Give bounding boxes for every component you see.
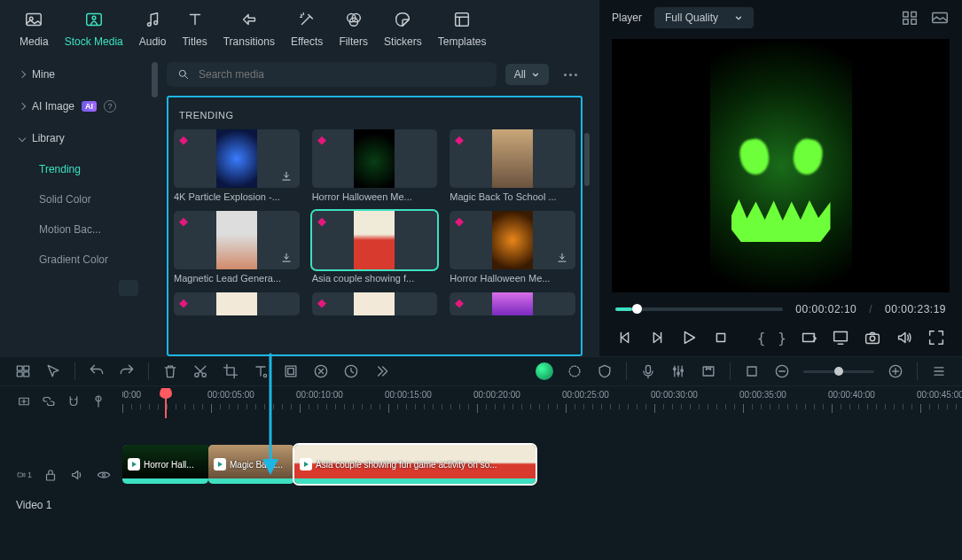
search-input[interactable] xyxy=(199,68,486,81)
sidebar-sub-solid-color[interactable]: Solid Color xyxy=(39,184,147,214)
media-scrollbar[interactable] xyxy=(584,133,590,186)
tab-stickers[interactable]: Stickers xyxy=(384,9,422,48)
tab-templates[interactable]: Templates xyxy=(438,9,487,48)
media-thumbnail[interactable]: ◆ xyxy=(450,292,575,315)
media-thumbnail[interactable]: ◆ xyxy=(450,211,575,269)
undo-icon[interactable] xyxy=(88,362,106,380)
seek-bar[interactable] xyxy=(615,307,783,311)
preview[interactable] xyxy=(612,39,950,292)
magnet-icon[interactable] xyxy=(66,393,82,409)
media-thumbnail[interactable]: ◆ xyxy=(174,211,300,269)
display-button[interactable] xyxy=(831,328,850,347)
quality-dropdown[interactable]: Full Quality xyxy=(654,7,754,28)
timeline-clip[interactable]: Magic Back... xyxy=(208,445,294,484)
delete-icon[interactable] xyxy=(161,362,179,380)
track-mute-icon[interactable] xyxy=(69,467,85,483)
clip-play-icon xyxy=(128,458,140,471)
media-thumbnail[interactable]: ◆ xyxy=(312,292,438,315)
tab-transitions[interactable]: Transitions xyxy=(223,9,275,48)
media-thumbnail[interactable]: ◆ xyxy=(312,211,438,269)
track-visibility-icon[interactable] xyxy=(96,467,112,483)
grid-view-button[interactable] xyxy=(900,8,919,27)
play-button[interactable] xyxy=(679,328,699,347)
download-icon[interactable] xyxy=(278,168,294,184)
marker-square-icon[interactable] xyxy=(700,362,717,380)
tab-filters[interactable]: Filters xyxy=(339,9,368,48)
add-track-icon[interactable] xyxy=(16,393,32,409)
layout-icon[interactable] xyxy=(14,362,32,380)
chevron-down-icon xyxy=(19,135,26,142)
mark-in-icon[interactable]: { xyxy=(757,330,766,346)
track-cam-icon[interactable]: 1 xyxy=(16,467,32,483)
color-icon[interactable] xyxy=(566,362,583,380)
help-icon[interactable]: ? xyxy=(104,100,116,113)
sidebar-item-ai-image[interactable]: AI ImageAI? xyxy=(7,92,144,121)
sidebar-sub-trending[interactable]: Trending xyxy=(39,154,147,184)
playhead[interactable] xyxy=(165,388,167,418)
crop-icon[interactable] xyxy=(222,362,239,380)
link-icon[interactable] xyxy=(41,393,57,409)
media-card[interactable]: ◆ xyxy=(174,292,300,315)
tab-media[interactable]: Media xyxy=(20,9,49,48)
timeline-clip[interactable]: Asia couple showing fun game activity on… xyxy=(294,445,536,484)
prev-frame-button[interactable] xyxy=(615,328,635,347)
mark-out-icon[interactable]: } xyxy=(778,330,786,346)
list-icon[interactable] xyxy=(930,362,948,380)
ratio-button[interactable] xyxy=(799,328,818,347)
tab-effects[interactable]: Effects xyxy=(291,9,323,48)
collapse-sidebar-button[interactable] xyxy=(119,280,138,296)
speed-icon[interactable] xyxy=(342,362,360,380)
media-card[interactable]: ◆Horror Halloween Me... xyxy=(312,129,438,202)
media-card[interactable]: ◆ xyxy=(312,292,438,315)
media-card[interactable]: ◆ xyxy=(450,292,575,315)
volume-button[interactable] xyxy=(895,328,914,347)
media-card[interactable]: ◆Horror Halloween Me... xyxy=(450,211,575,284)
media-thumbnail[interactable]: ◆ xyxy=(174,292,300,315)
media-card[interactable]: ◆Asia couple showing f... xyxy=(312,211,438,284)
clip-play-icon xyxy=(214,458,226,471)
stop-button[interactable] xyxy=(711,328,731,347)
ai-avatar-button[interactable] xyxy=(536,362,553,380)
marker-icon[interactable] xyxy=(90,393,106,409)
zoom-slider[interactable] xyxy=(803,370,874,373)
fx-icon[interactable] xyxy=(312,362,330,380)
tab-titles[interactable]: Titles xyxy=(182,9,207,48)
text-icon[interactable] xyxy=(252,362,270,380)
media-card[interactable]: ◆4K Particle Explosion -... xyxy=(174,129,300,202)
download-icon[interactable] xyxy=(278,250,294,266)
shield-icon[interactable] xyxy=(596,362,614,380)
ruler-mark: 00:00:25:00 xyxy=(562,390,609,400)
expand-icon[interactable] xyxy=(372,362,390,380)
mask-icon[interactable] xyxy=(282,362,300,380)
more-button[interactable] xyxy=(558,65,583,84)
sidebar-sub-gradient[interactable]: Gradient Color xyxy=(39,245,147,275)
media-thumbnail[interactable]: ◆ xyxy=(312,129,438,188)
cut-icon[interactable] xyxy=(192,362,209,380)
media-thumbnail[interactable]: ◆ xyxy=(174,129,300,188)
zoom-in-icon[interactable] xyxy=(887,362,904,380)
download-icon[interactable] xyxy=(554,250,570,266)
tab-stock-media[interactable]: Stock Media xyxy=(65,9,123,48)
snapshot-button[interactable] xyxy=(863,328,882,347)
search-box[interactable] xyxy=(167,62,497,87)
media-card[interactable]: ◆Magic Back To School ... xyxy=(450,129,575,202)
media-card[interactable]: ◆Magnetic Lead Genera... xyxy=(174,211,300,284)
redo-icon[interactable] xyxy=(118,362,136,380)
sidebar-sub-motion-bg[interactable]: Motion Bac... xyxy=(39,214,147,245)
sidebar-item-mine[interactable]: Mine xyxy=(7,60,144,89)
select-icon[interactable] xyxy=(44,362,62,380)
box-icon[interactable] xyxy=(743,362,761,380)
filter-dropdown[interactable]: All xyxy=(505,64,549,85)
tab-audio[interactable]: Audio xyxy=(139,9,167,48)
track-lock-icon[interactable] xyxy=(43,467,59,483)
timeline-clip[interactable]: Horror Hall... xyxy=(122,445,208,484)
mixer-icon[interactable] xyxy=(669,362,687,380)
media-thumbnail[interactable]: ◆ xyxy=(450,129,575,188)
mic-icon[interactable] xyxy=(639,362,657,380)
zoom-out-icon[interactable] xyxy=(773,362,791,380)
next-frame-button[interactable] xyxy=(647,328,667,347)
landscape-button[interactable] xyxy=(930,8,950,27)
fullscreen-button[interactable] xyxy=(927,328,946,347)
sidebar-item-library[interactable]: Library xyxy=(7,124,144,152)
track-lane[interactable]: Horror Hall...Magic Back...Asia couple s… xyxy=(122,418,962,560)
